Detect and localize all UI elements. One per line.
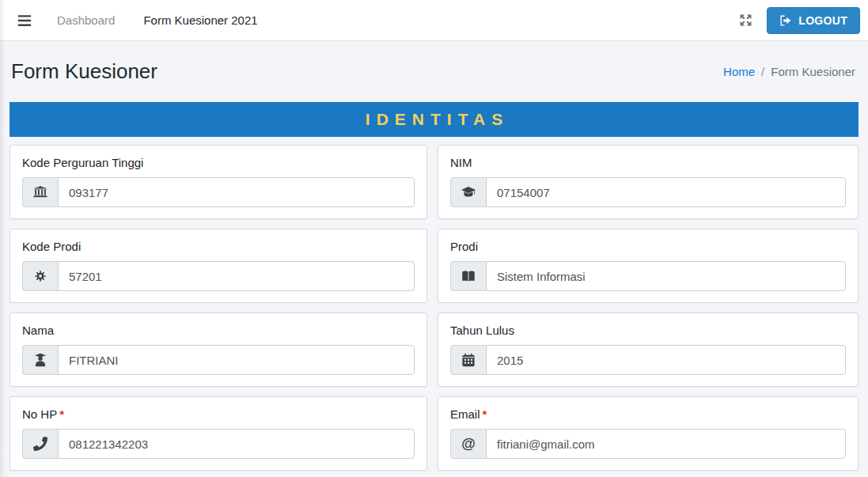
calendar-icon xyxy=(450,345,486,375)
field-label: NIM xyxy=(450,156,846,169)
section-banner: IDENTITAS xyxy=(9,102,859,137)
field-card-tahun-lulus: Tahun Lulus xyxy=(438,312,859,387)
logout-button[interactable]: LOGOUT xyxy=(767,7,860,34)
nim-input[interactable] xyxy=(486,177,846,207)
navbar-right: LOGOUT xyxy=(738,7,860,34)
hamburger-icon[interactable] xyxy=(16,12,33,29)
email-input[interactable] xyxy=(486,429,846,459)
field-label: Kode Prodi xyxy=(22,240,415,253)
expand-icon[interactable] xyxy=(738,13,753,28)
open-book-icon xyxy=(450,261,486,291)
prodi-input[interactable] xyxy=(486,261,846,291)
field-label: Tahun Lulus xyxy=(450,324,846,337)
kode-perguruan-tinggi-input[interactable] xyxy=(58,177,415,207)
at-icon: @ xyxy=(450,429,486,459)
breadcrumb-current: Form Kuesioner xyxy=(771,65,855,78)
nav-link-form-kuesioner[interactable]: Form Kuesioner 2021 xyxy=(143,13,257,27)
field-card-no-hp: No HP* xyxy=(9,396,427,471)
logout-label: LOGOUT xyxy=(798,14,847,27)
breadcrumb-separator: / xyxy=(761,65,764,78)
form-grid: Kode Perguruan Tinggi NIM xyxy=(0,137,868,471)
field-label: Email* xyxy=(450,407,846,421)
nav-link-dashboard[interactable]: Dashboard xyxy=(57,13,115,27)
breadcrumb-home-link[interactable]: Home xyxy=(723,65,755,78)
university-icon xyxy=(22,177,58,207)
field-card-email: Email* @ xyxy=(438,396,859,471)
page-title: Form Kuesioner xyxy=(11,59,157,84)
field-card-kode-perguruan-tinggi: Kode Perguruan Tinggi xyxy=(9,145,427,219)
field-card-kode-prodi: Kode Prodi xyxy=(9,229,427,303)
user-graduate-icon xyxy=(22,345,58,375)
graduation-cap-icon xyxy=(450,177,486,207)
field-card-nim: NIM xyxy=(438,145,859,219)
field-label: No HP* xyxy=(22,407,415,421)
field-label: Kode Perguruan Tinggi xyxy=(22,156,415,169)
field-label: Prodi xyxy=(450,240,846,253)
section-title: IDENTITAS xyxy=(359,110,509,129)
content-header: Form Kuesioner Home / Form Kuesioner xyxy=(0,41,868,85)
field-card-prodi: Prodi xyxy=(438,229,859,303)
phone-icon xyxy=(22,429,58,459)
kode-prodi-input[interactable] xyxy=(58,261,415,291)
gear-icon xyxy=(22,261,58,291)
sign-out-icon xyxy=(779,14,792,27)
tahun-lulus-input[interactable] xyxy=(486,345,846,375)
required-mark: * xyxy=(483,407,487,421)
breadcrumb: Home / Form Kuesioner xyxy=(723,65,855,78)
top-navbar: Dashboard Form Kuesioner 2021 LOGOUT xyxy=(0,0,868,41)
no-hp-input[interactable] xyxy=(58,429,415,459)
nama-input[interactable] xyxy=(58,345,415,375)
field-label: Nama xyxy=(22,324,415,337)
field-card-nama: Nama xyxy=(9,312,427,387)
required-mark: * xyxy=(59,407,64,421)
